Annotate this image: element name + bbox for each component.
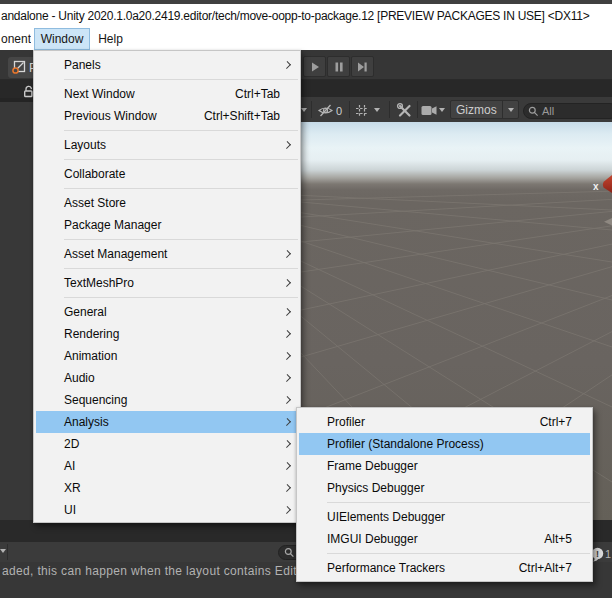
submenu-arrow-icon: [283, 61, 291, 69]
grid-settings-dropdown[interactable]: [374, 108, 380, 112]
menu-item-label: UI: [64, 503, 76, 517]
menu-item-label: Sequencing: [64, 393, 127, 407]
menu-item-label: General: [64, 305, 107, 319]
menu-item-asset-store[interactable]: Asset Store: [36, 192, 298, 214]
submenu-arrow-icon: [283, 330, 291, 338]
menu-item-label: Profiler (Standalone Process): [327, 437, 484, 451]
gizmos-dropdown[interactable]: [503, 108, 518, 112]
tools-icon: [396, 102, 414, 119]
menu-item-layouts[interactable]: Layouts: [36, 134, 298, 156]
scene-grid-toggle[interactable]: [354, 103, 370, 119]
axis-gizmo-x-cone[interactable]: [596, 172, 612, 200]
submenu-arrow-icon: [283, 352, 291, 360]
menu-separator: [64, 188, 298, 189]
menu-item-shortcut: Ctrl+Alt+7: [519, 561, 572, 575]
menu-item-label: Audio: [64, 371, 95, 385]
chevron-down-icon: [374, 108, 380, 112]
menubar-item-help[interactable]: Help: [92, 28, 129, 50]
menu-item-label: Frame Debugger: [327, 459, 418, 473]
submenu-arrow-icon: [283, 418, 291, 426]
submenu-arrow-icon: [283, 250, 291, 258]
scene-visibility-toggle[interactable]: 0: [317, 103, 342, 118]
menu-item-previous-window[interactable]: Previous WindowCtrl+Shift+Tab: [36, 105, 298, 127]
menu-item-label: Asset Management: [64, 247, 167, 261]
notification-count: 1: [605, 548, 611, 560]
menu-separator: [327, 502, 590, 503]
toolbar-divider: [7, 544, 8, 560]
menu-item-panels[interactable]: Panels: [36, 54, 298, 76]
menubar-item-window[interactable]: Window: [34, 28, 90, 50]
menu-item-label: Analysis: [64, 415, 109, 429]
menu-item-audio[interactable]: Audio: [36, 367, 298, 389]
play-button[interactable]: [303, 56, 326, 77]
menu-item-shortcut: Ctrl+Shift+Tab: [204, 109, 280, 123]
menu-item-label: Rendering: [64, 327, 119, 341]
menu-item-rendering[interactable]: Rendering: [36, 323, 298, 345]
menu-item-general[interactable]: General: [36, 301, 298, 323]
menu-item-analysis[interactable]: Analysis: [36, 411, 298, 433]
chevron-down-icon: [508, 108, 514, 112]
menubar-item-component[interactable]: onent: [0, 28, 31, 50]
submenu-arrow-icon: [283, 374, 291, 382]
menu-item-2d[interactable]: 2D: [36, 433, 298, 455]
play-icon: [310, 62, 320, 72]
console-notification[interactable]: ! 1: [591, 545, 612, 563]
menu-item-performance-trackers[interactable]: Performance TrackersCtrl+Alt+7: [299, 557, 590, 579]
menu-item-frame-debugger[interactable]: Frame Debugger: [299, 455, 590, 477]
menu-item-sequencing[interactable]: Sequencing: [36, 389, 298, 411]
toolbar-divider: [311, 101, 312, 118]
menu-item-asset-management[interactable]: Asset Management: [36, 243, 298, 265]
step-button[interactable]: [351, 56, 374, 77]
menu-item-animation[interactable]: Animation: [36, 345, 298, 367]
menu-item-next-window[interactable]: Next WindowCtrl+Tab: [36, 83, 298, 105]
menu-item-label: Previous Window: [64, 109, 157, 123]
menu-item-textmeshpro[interactable]: TextMeshPro: [36, 272, 298, 294]
menu-item-label: Asset Store: [64, 196, 126, 210]
svg-text:!: !: [596, 548, 599, 558]
menu-item-ui[interactable]: UI: [36, 499, 298, 521]
menu-separator: [327, 553, 590, 554]
scene-search-field[interactable]: All: [523, 103, 612, 119]
camera-settings-dropdown[interactable]: [439, 108, 445, 112]
menu-item-imgui-debugger[interactable]: IMGUI DebuggerAlt+5: [299, 528, 590, 550]
scene-tools-button[interactable]: [396, 102, 414, 119]
menu-item-label: Panels: [64, 58, 101, 72]
menu-item-label: Performance Trackers: [327, 561, 445, 575]
menu-item-collaborate[interactable]: Collaborate: [36, 163, 298, 185]
hidden-object-count: 0: [336, 105, 342, 117]
menu-separator: [64, 297, 298, 298]
chevron-down-icon: [439, 108, 445, 112]
menu-item-profiler-standalone-process[interactable]: Profiler (Standalone Process): [299, 433, 590, 455]
submenu-arrow-icon: [283, 279, 291, 287]
menu-item-profiler[interactable]: ProfilerCtrl+7: [299, 411, 590, 433]
menu-separator: [64, 239, 298, 240]
menu-item-label: 2D: [64, 437, 79, 451]
axis-gizmo-gray-cone[interactable]: [603, 216, 612, 230]
toolbar-divider: [349, 101, 350, 118]
menu-item-package-manager[interactable]: Package Manager: [36, 214, 298, 236]
unity-editor-window: andalone - Unity 2020.1.0a20.2419.editor…: [0, 0, 612, 598]
toolbar-divider: [389, 101, 390, 118]
menu-item-xr[interactable]: XR: [36, 477, 298, 499]
menu-item-uielements-debugger[interactable]: UIElements Debugger: [299, 506, 590, 528]
menu-item-label: Layouts: [64, 138, 106, 152]
submenu-arrow-icon: [283, 484, 291, 492]
menu-item-ai[interactable]: AI: [36, 455, 298, 477]
menu-item-label: Package Manager: [64, 218, 161, 232]
menu-item-physics-debugger[interactable]: Physics Debugger: [299, 477, 590, 499]
scene-search-value: All: [542, 105, 554, 117]
submenu-arrow-icon: [283, 440, 291, 448]
menu-separator: [64, 130, 298, 131]
title-bar: andalone - Unity 2020.1.0a20.2419.editor…: [0, 4, 612, 28]
chevron-down-icon[interactable]: [0, 549, 6, 553]
menu-item-label: XR: [64, 481, 81, 495]
scene-camera-button[interactable]: [421, 105, 437, 116]
gizmos-label: Gizmos: [451, 103, 502, 117]
scene-tool-dropdown-caret[interactable]: [301, 108, 307, 112]
step-icon: [357, 62, 368, 72]
gizmos-button[interactable]: Gizmos: [450, 100, 519, 119]
pause-button[interactable]: [327, 56, 350, 77]
search-icon: [284, 547, 295, 558]
menu-item-label: Physics Debugger: [327, 481, 424, 495]
pause-icon: [334, 62, 344, 72]
